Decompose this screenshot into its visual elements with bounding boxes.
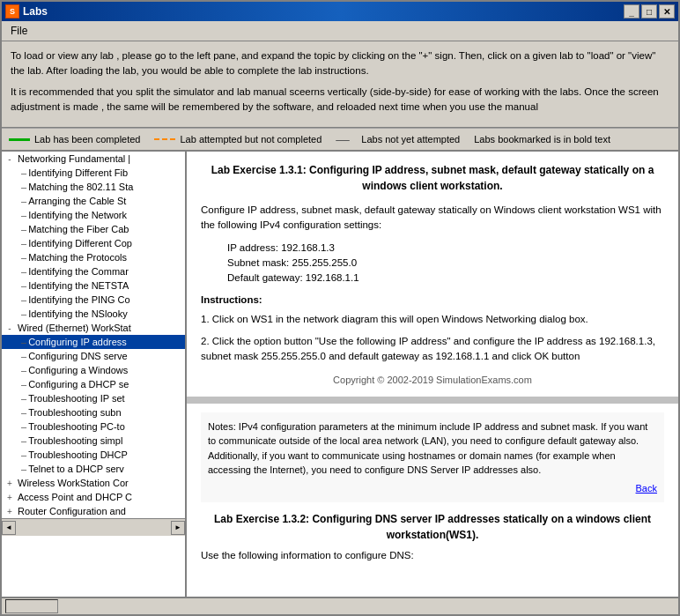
title-buttons: _ □ ✕	[624, 4, 675, 19]
tree-label-identifying-ping-co: Identifying the PING Co	[26, 294, 130, 305]
lab1-subnet: Subnet mask: 255.255.255.0	[227, 256, 664, 271]
tree-item-matching-fiber-cab[interactable]: – Matching the Fiber Cab	[2, 222, 185, 236]
tree-item-configuring-ip-address[interactable]: – Configuring IP address	[2, 335, 185, 349]
tree-label-configuring-windows: Configuring a Windows	[26, 365, 128, 375]
instruction-line2: It is recommended that you split the sim…	[11, 85, 669, 115]
tree-item-telnet-dhcp-serv[interactable]: – Telnet to a DHCP serv	[2, 462, 185, 476]
tree-item-networking-fundamental[interactable]: -Networking Fundamental |	[2, 152, 185, 166]
tree-label-troubleshooting-ip: Troubleshooting IP set	[26, 393, 124, 404]
tree-item-troubleshooting-ip[interactable]: – Troubleshooting IP set	[2, 391, 185, 405]
lab1-body: Configure IP address, subnet mask, defau…	[201, 203, 664, 364]
tree-item-troubleshooting-subn[interactable]: – Troubleshooting subn	[2, 405, 185, 419]
menu-bar: File	[2, 21, 678, 41]
note-text: Notes: IPv4 configuration parameters at …	[208, 421, 647, 476]
not-attempted-label: Labs not yet attempted	[361, 134, 460, 145]
tree-item-configuring-dns-serve[interactable]: – Configuring DNS serve	[2, 349, 185, 363]
tree-label-configuring-dhcp-se: Configuring a DHCP se	[26, 379, 129, 390]
main-area: -Networking Fundamental |– Identifying D…	[2, 152, 678, 597]
instructions-heading: Instructions:	[201, 293, 664, 308]
lab1-title: Lab Exercise 1.3.1: Configuring IP addre…	[201, 162, 664, 194]
file-menu[interactable]: File	[5, 23, 33, 39]
attempted-label: Lab attempted but not completed	[180, 134, 322, 145]
not-attempted-icon: – –	[336, 132, 357, 146]
tree-label-identifying-netstat: Identifying the NETSTA	[26, 280, 129, 291]
tree-label-identifying-nslooky: Identifying the NSlooky	[26, 308, 128, 319]
legend-attempted: Lab attempted but not completed	[154, 134, 322, 145]
tree-label-access-point-dhcp: Access Point and DHCP C	[16, 492, 132, 502]
lab1-gateway: Default gateway: 192.168.1.1	[227, 271, 664, 286]
tree-item-wireless-workstation[interactable]: +Wireless WorkStation Cor	[2, 476, 185, 490]
tree-item-wired-workstation[interactable]: -Wired (Ethernet) WorkStat	[2, 321, 185, 335]
tree-label-router-configuration: Router Configuration and	[16, 506, 126, 516]
tree-label-identifying-diff-cop: Identifying Different Cop	[26, 238, 132, 249]
legend-completed: Lab has been completed	[9, 134, 140, 145]
lab2-intro: Use the following information to configu…	[201, 548, 664, 563]
lab1-settings: IP address: 192.168.1.3 Subnet mask: 255…	[227, 241, 664, 286]
tree-item-matching-802-11[interactable]: – Matching the 802.11 Sta	[2, 180, 185, 194]
legend-bar: Lab has been completed Lab attempted but…	[2, 128, 678, 152]
app-icon: S	[5, 4, 19, 19]
tree-item-identifying-netstat[interactable]: – Identifying the NETSTA	[2, 278, 185, 293]
status-panel	[5, 599, 58, 613]
tree-hscrollbar[interactable]: ◄ ►	[2, 518, 185, 536]
scroll-left-button[interactable]: ◄	[2, 521, 16, 535]
tree-label-identifying-network: Identifying the Network	[26, 210, 127, 220]
title-bar: S Labs _ □ ✕	[2, 2, 678, 21]
tree-label-matching-fiber-cab: Matching the Fiber Cab	[26, 224, 129, 234]
lab1-ip: IP address: 192.168.1.3	[227, 241, 664, 256]
scroll-right-button[interactable]: ►	[171, 521, 185, 535]
tree-label-matching-protocols: Matching the Protocols	[26, 252, 127, 263]
tree-label-arranging-cable: Arranging the Cable St	[26, 196, 126, 206]
tree-item-identifying-network[interactable]: – Identifying the Network	[2, 208, 185, 222]
instructions-area: To load or view any lab , please go to t…	[2, 41, 678, 128]
lab2-title: Lab Exercise 1.3.2: Configuring DNS serv…	[201, 511, 664, 543]
tree-label-matching-802-11: Matching the 802.11 Sta	[26, 182, 133, 192]
tree-item-identifying-diff-cop[interactable]: – Identifying Different Cop	[2, 236, 185, 250]
attempted-icon	[154, 138, 175, 141]
window-title: Labs	[23, 5, 48, 18]
lab1-instruction2: 2. Click the option button "Use the foll…	[201, 334, 664, 365]
tree-label-configuring-ip-address: Configuring IP address	[26, 337, 127, 347]
tree-item-troubleshooting-dhcp[interactable]: – Troubleshooting DHCP	[2, 448, 185, 462]
tree-label-wireless-workstation: Wireless WorkStation Cor	[16, 478, 129, 488]
tree-label-identifying-diff-fib: Identifying Different Fib	[26, 167, 128, 178]
maximize-button[interactable]: □	[641, 4, 657, 19]
section-divider	[187, 397, 678, 404]
tree-item-configuring-windows[interactable]: – Configuring a Windows	[2, 363, 185, 377]
tree-label-configuring-dns-serve: Configuring DNS serve	[26, 351, 128, 361]
tree-label-troubleshooting-subn: Troubleshooting subn	[26, 407, 121, 418]
tree-item-configuring-dhcp-se[interactable]: – Configuring a DHCP se	[2, 377, 185, 391]
tree-item-identifying-ping-co[interactable]: – Identifying the PING Co	[2, 293, 185, 307]
tree-item-troubleshooting-simpl[interactable]: – Troubleshooting simpl	[2, 434, 185, 448]
tree-item-identifying-commar[interactable]: – Identifying the Commar	[2, 264, 185, 278]
tree-panel[interactable]: -Networking Fundamental |– Identifying D…	[2, 152, 187, 597]
tree-item-identifying-nslooky[interactable]: – Identifying the NSlooky	[2, 307, 185, 321]
close-button[interactable]: ✕	[659, 4, 675, 19]
tree-item-access-point-dhcp[interactable]: +Access Point and DHCP C	[2, 490, 185, 504]
status-bar	[2, 597, 678, 614]
tree-label-troubleshooting-dhcp: Troubleshooting DHCP	[26, 449, 128, 460]
lab1-intro: Configure IP address, subnet mask, defau…	[201, 203, 664, 234]
tree-label-troubleshooting-pc-to: Troubleshooting PC-to	[26, 421, 125, 432]
tree-item-arranging-cable[interactable]: – Arranging the Cable St	[2, 194, 185, 208]
bookmarked-label: Labs bookmarked is in bold text	[474, 134, 610, 145]
lab1-instruction1: 1. Click on WS1 in the network diagram t…	[201, 312, 664, 327]
content-panel[interactable]: Lab Exercise 1.3.1: Configuring IP addre…	[187, 152, 678, 597]
legend-not-attempted: – – Labs not yet attempted	[336, 132, 460, 146]
tree-item-troubleshooting-pc-to[interactable]: – Troubleshooting PC-to	[2, 419, 185, 434]
tree-item-identifying-diff-fib[interactable]: – Identifying Different Fib	[2, 166, 185, 180]
copyright-text: Copyright © 2002-2019 SimulationExams.co…	[201, 373, 664, 388]
main-window: S Labs _ □ ✕ File To load or view any la…	[0, 0, 680, 616]
tree-label-wired-workstation: Wired (Ethernet) WorkStat	[16, 323, 131, 333]
legend-bookmarked: Labs bookmarked is in bold text	[474, 134, 610, 145]
instruction-line1: To load or view any lab , please go to t…	[11, 48, 669, 79]
tree-label-troubleshooting-simpl: Troubleshooting simpl	[26, 435, 122, 446]
title-bar-left: S Labs	[5, 4, 48, 19]
tree-item-matching-protocols[interactable]: – Matching the Protocols	[2, 250, 185, 264]
back-link[interactable]: Back	[208, 481, 657, 496]
scroll-track	[16, 521, 171, 535]
tree-item-router-configuration[interactable]: +Router Configuration and	[2, 504, 185, 518]
minimize-button[interactable]: _	[624, 4, 639, 19]
completed-icon	[9, 138, 30, 141]
tree-label-telnet-dhcp-serv: Telnet to a DHCP serv	[26, 464, 124, 474]
